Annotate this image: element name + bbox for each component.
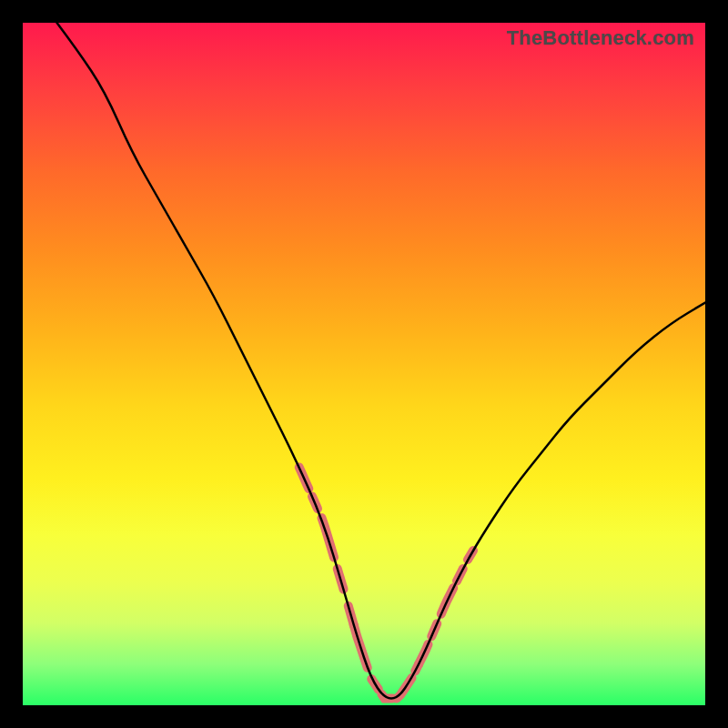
curve-layer bbox=[57, 23, 706, 699]
chart-svg bbox=[23, 23, 705, 705]
highlight-layer bbox=[299, 467, 473, 698]
chart-area: TheBottleneck.com bbox=[23, 23, 705, 705]
main-curve bbox=[57, 23, 706, 699]
